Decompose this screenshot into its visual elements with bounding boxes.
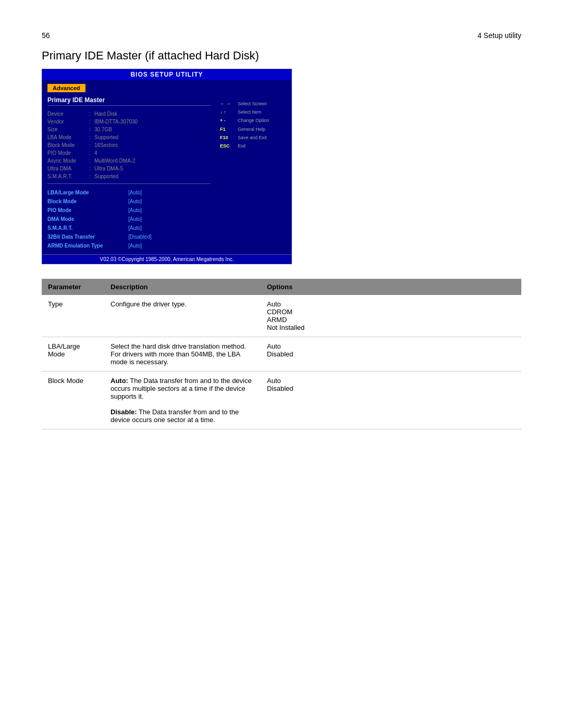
bios-info-row: Vendor : IBM-DTTA-307030 bbox=[47, 118, 211, 126]
options-block-mode: AutoDisabled bbox=[261, 372, 521, 429]
param-table: Parameter Description Options Type Confi… bbox=[42, 279, 521, 429]
desc-block-disable-bold: Disable: bbox=[111, 408, 137, 416]
bios-option-pio-mode[interactable]: PIO Mode [Auto] bbox=[47, 206, 211, 215]
bios-help-save-exit: F10 Save and Exit bbox=[220, 133, 287, 142]
bios-info-row: Async Mode : MultiWord DMA-2 bbox=[47, 157, 211, 165]
bios-tab-advanced[interactable]: Advanced bbox=[47, 84, 85, 92]
bios-info-row: LBA Mode : Supported bbox=[47, 133, 211, 141]
options-type: AutoCDROMARMDNot Installed bbox=[261, 295, 521, 337]
bios-info-row: Device : Hard Disk bbox=[47, 110, 211, 118]
bios-option-32bit-data-transfer[interactable]: 32Bit Data Transfer [Disabled] bbox=[47, 232, 211, 241]
bios-help-select-item: ↓ ↑ Select Item bbox=[220, 108, 287, 116]
bios-help-change-option: + - Change Option bbox=[220, 116, 287, 125]
bios-sidebar: ← → Select Screen ↓ ↑ Select Item + - Ch… bbox=[216, 80, 291, 254]
col-header-description: Description bbox=[104, 279, 261, 295]
bios-footer: V02.03 ©Copyright 1985-2000, American Me… bbox=[42, 254, 291, 264]
bios-main-panel: Advanced Primary IDE Master Device : Har… bbox=[42, 80, 216, 254]
bios-info-row: Size : 30.7GB bbox=[47, 126, 211, 133]
bios-option-lba-large-mode[interactable]: LBA/Large Mode [Auto] bbox=[47, 188, 211, 197]
bios-info-row: PIO Mode : 4 bbox=[47, 149, 211, 157]
bios-tab-bar: Advanced bbox=[47, 84, 211, 92]
table-row: Type Configure the driver type. AutoCDRO… bbox=[42, 295, 521, 337]
bios-title-bar: BIOS SETUP UTILITY bbox=[42, 69, 291, 80]
table-header-row: Parameter Description Options bbox=[42, 279, 521, 295]
desc-lba: Select the hard disk drive translation m… bbox=[104, 337, 261, 372]
bios-help-general-help: F1 General Help bbox=[220, 125, 287, 133]
desc-type: Configure the driver type. bbox=[104, 295, 261, 337]
bios-option-block-mode[interactable]: Block Mode [Auto] bbox=[47, 197, 211, 206]
bios-help-select-screen: ← → Select Screen bbox=[220, 100, 287, 108]
options-lba: AutoDisabled bbox=[261, 337, 521, 372]
bios-info-table: Device : Hard Disk Vendor : IBM-DTTA-307… bbox=[47, 110, 211, 184]
bios-option-dma-mode[interactable]: DMA Mode [Auto] bbox=[47, 215, 211, 224]
col-header-options: Options bbox=[261, 279, 521, 295]
param-type: Type bbox=[42, 295, 104, 337]
bios-help-table: ← → Select Screen ↓ ↑ Select Item + - Ch… bbox=[220, 100, 287, 150]
chapter-title: 4 Setup utility bbox=[478, 31, 521, 40]
desc-block-auto-bold: Auto: bbox=[111, 377, 128, 385]
bios-options-section: LBA/Large Mode [Auto] Block Mode [Auto] … bbox=[47, 188, 211, 250]
table-row: LBA/LargeMode Select the hard disk drive… bbox=[42, 337, 521, 372]
bios-info-row: S.M.A.R.T. : Supported bbox=[47, 172, 211, 180]
bios-option-smart[interactable]: S.M.A.R.T. [Auto] bbox=[47, 224, 211, 232]
page-header: 56 4 Setup utility bbox=[42, 31, 521, 40]
desc-block-mode: Auto: The Data transfer from and to the … bbox=[104, 372, 261, 429]
bios-screenshot: BIOS SETUP UTILITY Advanced Primary IDE … bbox=[42, 69, 292, 264]
section-title: Primary IDE Master (if attached Hard Dis… bbox=[42, 49, 521, 63]
param-block-mode: Block Mode bbox=[42, 372, 104, 429]
col-header-parameter: Parameter bbox=[42, 279, 104, 295]
bios-info-row: Block Mode : 16Sectors bbox=[47, 141, 211, 149]
param-lba: LBA/LargeMode bbox=[42, 337, 104, 372]
bios-info-row: Ultra DMA : Ultra DMA-5 bbox=[47, 165, 211, 172]
bios-panel-title: Primary IDE Master bbox=[47, 96, 211, 106]
page-number: 56 bbox=[42, 31, 50, 40]
table-row: Block Mode Auto: The Data transfer from … bbox=[42, 372, 521, 429]
bios-option-armd-emulation[interactable]: ARMD Emulation Type [Auto] bbox=[47, 241, 211, 250]
bios-help-exit: ESC Exit bbox=[220, 142, 287, 150]
